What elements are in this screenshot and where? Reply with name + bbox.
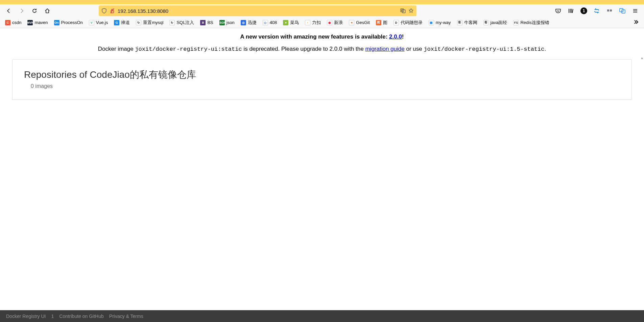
bookmark-label: 牛客网 [464, 20, 477, 26]
page-content: ^ A new version with amazing new feature… [0, 28, 644, 310]
bookmark-label: 禅道 [121, 20, 130, 26]
extension-translate-icon[interactable] [617, 5, 628, 16]
bookmark-favicon: ◇ [263, 20, 268, 25]
bookmark-favicon: 客 [457, 20, 462, 25]
bookmark-item[interactable]: D代码随想录 [391, 18, 425, 27]
bookmark-favicon: ↻ [169, 20, 175, 25]
bookmark-item[interactable]: G禅道 [112, 18, 132, 27]
bookmark-star-icon[interactable] [408, 8, 414, 14]
app-menu-button[interactable] [630, 5, 641, 16]
bookmark-label: 重置mysql [143, 20, 163, 26]
bookmark-item[interactable]: 简图 [374, 18, 390, 27]
pocket-icon[interactable] [553, 5, 564, 16]
address-bar[interactable]: 192.168.135.130:8080 [99, 5, 416, 16]
deprecation-t4: . [544, 46, 546, 52]
bookmarks-bar: CcsdnMVNmavenOnProcessOnVVue.jsG禅道↻重置mys… [0, 17, 644, 28]
bookmark-label: 图 [383, 20, 387, 26]
notification-badge: 1 [580, 7, 587, 14]
bookmark-label: BS [207, 20, 213, 25]
bookmark-favicon: JSON [219, 20, 225, 25]
toolbar-right: 1 [553, 5, 641, 16]
deprecation-t2: is deprecated. Please upgrade to 2.0.0 w… [242, 46, 365, 52]
migration-guide-link[interactable]: migration guide [365, 46, 404, 52]
svg-rect-6 [620, 8, 623, 12]
bookmark-label: csdn [12, 20, 21, 25]
notifications-icon[interactable]: 1 [578, 5, 589, 16]
bookmarks-overflow-button[interactable] [630, 18, 641, 27]
footer-version: 1 [51, 314, 54, 319]
deprecation-notice: Docker image joxit/docker-registry-ui:st… [0, 43, 644, 59]
bookmark-favicon: ▣ [429, 20, 434, 25]
bookmark-label: Vue.js [96, 20, 108, 25]
reload-button[interactable] [29, 5, 40, 16]
deprecation-t3: or use [405, 46, 424, 52]
bookmark-label: java面经 [491, 20, 507, 26]
footer-app-name: Docker Registry UI [6, 314, 46, 319]
bookmark-label: 408 [270, 20, 277, 25]
deprecation-code1: joxit/docker-registry-ui:static [135, 46, 242, 52]
bookmark-label: Redis连接报错 [520, 20, 549, 26]
footer-privacy-link[interactable]: Privacy & Terms [109, 314, 143, 319]
svg-rect-5 [610, 9, 612, 12]
shield-icon[interactable] [101, 8, 107, 14]
bookmark-item[interactable]: MVNmaven [25, 19, 50, 27]
bookmark-item[interactable]: ↻SQL注入 [167, 18, 196, 27]
back-button[interactable] [3, 5, 14, 16]
bookmark-item[interactable]: ♥GesGit [347, 19, 372, 27]
sync-icon[interactable] [591, 5, 602, 16]
bookmark-label: 力扣 [312, 20, 321, 26]
bookmark-item[interactable]: ◉新浪 [325, 18, 345, 27]
bookmark-favicon: B [200, 20, 206, 25]
bookmark-label: my-way [436, 20, 451, 25]
bookmark-item[interactable]: VVue.js [87, 19, 111, 27]
bookmark-item[interactable]: Ccsdn [3, 19, 24, 27]
library-icon[interactable] [566, 5, 576, 16]
bookmark-favicon: 客 [483, 20, 489, 25]
footer-contribute-link[interactable]: Contribute on GitHub [59, 314, 104, 319]
bookmark-item[interactable]: 客牛客网 [455, 18, 480, 27]
bookmark-item[interactable]: JSONjson [217, 19, 237, 27]
bookmark-favicon: ◉ [327, 20, 332, 25]
bookmark-item[interactable]: ▣my-way [426, 19, 453, 27]
bookmark-favicon: ‹ [305, 20, 310, 25]
bookmark-favicon: On [54, 20, 59, 25]
footer-bar: Docker Registry UI 1 Contribute on GitHu… [0, 310, 644, 322]
repositories-count: 0 images [31, 83, 620, 89]
repositories-title: Repositories of CodeJiao的私有镜像仓库 [24, 68, 620, 81]
bookmark-item[interactable]: ◎迅捷 [238, 18, 259, 27]
new-version-banner: A new version with amazing new features … [0, 28, 644, 43]
lock-insecure-icon[interactable] [110, 8, 115, 14]
bookmark-label: 新浪 [334, 20, 343, 26]
browser-toolbar: 192.168.135.130:8080 1 [0, 4, 644, 17]
banner-text-prefix: A new version with amazing new features … [240, 33, 389, 40]
bookmark-item[interactable]: ◇408 [260, 19, 280, 27]
bookmark-favicon: ♥ [349, 20, 354, 25]
forward-button[interactable] [16, 5, 27, 16]
tab-strip [0, 0, 644, 4]
bookmark-label: SQL注入 [176, 20, 194, 26]
bookmark-item[interactable]: ↻重置mysql [134, 18, 166, 27]
bookmark-favicon: G [114, 20, 119, 25]
bookmark-favicon: ◎ [241, 20, 246, 25]
scroll-up-indicator[interactable]: ^ [641, 57, 643, 62]
version-link[interactable]: 2.0.0 [389, 33, 402, 40]
svg-rect-4 [607, 9, 609, 12]
bookmark-item[interactable]: ●菜鸟 [281, 18, 301, 27]
repositories-card: Repositories of CodeJiao的私有镜像仓库 0 images [12, 59, 632, 100]
bookmark-label: 代码随想录 [401, 20, 423, 26]
svg-rect-7 [622, 10, 625, 13]
home-button[interactable] [42, 5, 53, 16]
bookmark-item[interactable]: ‹力扣 [303, 18, 323, 27]
translate-icon[interactable] [400, 8, 406, 14]
bookmark-item[interactable]: 客java面经 [481, 18, 510, 27]
bookmark-item[interactable]: OnProcessOn [52, 19, 85, 27]
bookmark-favicon: ↻ [136, 20, 141, 25]
bookmark-favicon: V [89, 20, 94, 25]
deprecation-t1: Docker image [98, 46, 135, 52]
bookmark-label: GesGit [356, 20, 369, 25]
extension-icon-1[interactable] [604, 5, 615, 16]
bookmark-label: 菜鸟 [290, 20, 299, 26]
bookmark-favicon: FS [513, 20, 519, 25]
bookmark-item[interactable]: BBS [198, 19, 215, 27]
bookmark-item[interactable]: FSRedis连接报错 [511, 18, 551, 27]
